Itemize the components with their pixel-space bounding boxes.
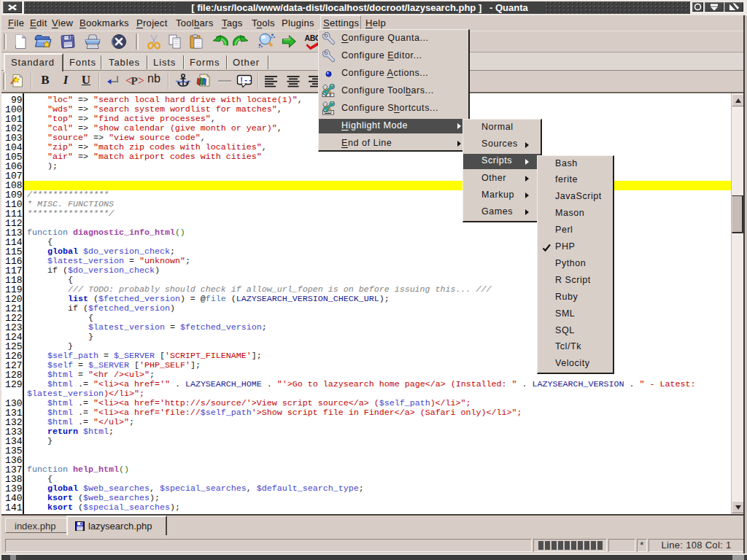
svg-text:P: P (131, 75, 138, 87)
svg-text:>: > (138, 74, 144, 87)
svg-text:!--: !-- (239, 77, 252, 85)
